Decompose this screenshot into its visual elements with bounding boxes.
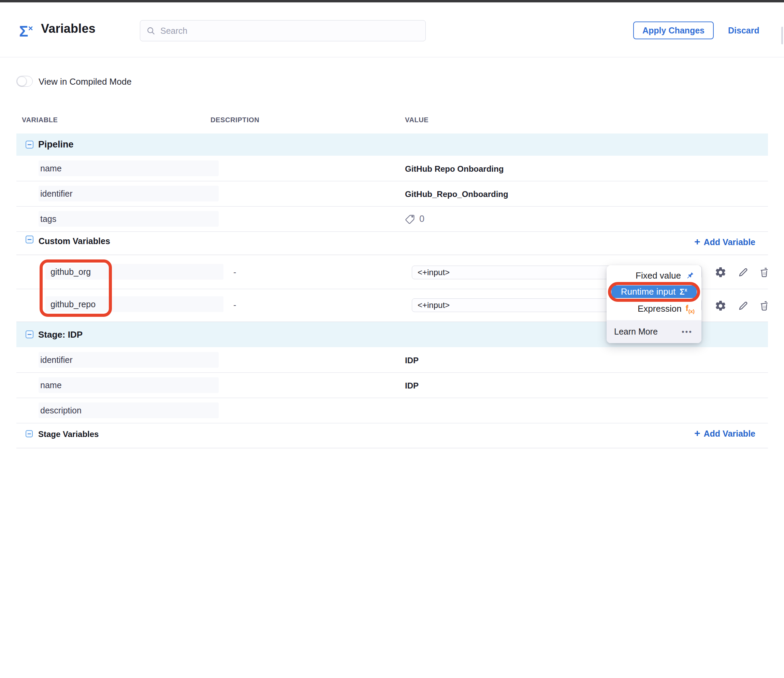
description-dash: - (233, 300, 236, 310)
section-title-stage-variables: Stage Variables (38, 429, 99, 439)
menu-item-fixed-value[interactable]: Fixed value (636, 270, 695, 281)
column-header-description: DESCRIPTION (210, 116, 259, 124)
search-input[interactable] (160, 26, 419, 36)
row-label-stage-identifier: identifier (40, 355, 73, 365)
add-variable-button[interactable]: + Add Variable (694, 237, 755, 248)
compiled-mode-label: View in Compiled Mode (39, 76, 132, 87)
collapse-custom-variables-icon[interactable]: − (26, 235, 33, 243)
github-repo-delete-button[interactable] (758, 300, 770, 312)
plus-icon: + (694, 236, 700, 248)
row-value-pipeline-identifier: GitHub_Repo_Onboarding (405, 190, 508, 199)
github-org-edit-button[interactable] (737, 266, 749, 279)
label-pill: identifier (39, 186, 219, 201)
label-pill: description (39, 402, 219, 418)
top-window-strip (0, 0, 784, 2)
row-label-stage-description: description (40, 405, 81, 416)
tags-count: 0 (419, 214, 425, 224)
pin-icon (685, 271, 695, 281)
add-stage-variable-button[interactable]: + Add Variable (694, 429, 755, 439)
section-title-custom-variables: Custom Variables (39, 236, 110, 246)
label-pill: github_repo (45, 296, 224, 312)
github-repo-settings-button[interactable] (714, 300, 727, 312)
variables-sigma-icon: Σ× (19, 23, 33, 40)
github-org-settings-button[interactable] (714, 266, 727, 279)
ellipsis-icon[interactable]: ••• (682, 327, 692, 336)
tag-icon (404, 213, 416, 224)
section-title-pipeline: Pipeline (38, 139, 74, 150)
row-divider (16, 423, 768, 423)
menu-item-expression[interactable]: Expression f(x) (638, 304, 695, 314)
apply-changes-button[interactable]: Apply Changes (633, 22, 714, 39)
row-label-tags: tags (40, 214, 56, 224)
column-header-value: VALUE (405, 116, 428, 124)
toggle-knob (17, 76, 26, 86)
row-divider (16, 373, 768, 373)
row-value-stage-identifier: IDP (405, 356, 418, 365)
row-value-pipeline-name: GitHub Repo Onboarding (405, 164, 504, 174)
github-repo-edit-button[interactable] (737, 300, 749, 312)
value-type-menu: Fixed value Runtime input Σx Expression … (607, 265, 702, 343)
row-label-github-org: github_org (47, 267, 91, 277)
menu-footer: Learn More ••• (607, 320, 702, 343)
label-pill: github_org (45, 264, 224, 280)
collapse-pipeline-icon[interactable]: − (26, 141, 33, 148)
label-pill: name (39, 161, 219, 176)
label-pill: identifier (39, 352, 219, 368)
collapse-stage-variables-icon[interactable]: − (26, 430, 33, 437)
search-icon (146, 26, 156, 36)
plus-icon: + (694, 427, 700, 439)
label-pill: tags (39, 211, 219, 227)
page-title: Variables (41, 22, 95, 36)
expression-fx-icon: f(x) (686, 304, 695, 314)
menu-item-runtime-input[interactable]: Runtime input Σx (611, 285, 697, 298)
row-divider (16, 255, 768, 255)
row-divider (16, 448, 768, 448)
discard-button[interactable]: Discard (728, 26, 759, 36)
learn-more-link[interactable]: Learn More (614, 327, 658, 337)
description-dash: - (233, 267, 236, 277)
row-label-identifier: identifier (40, 189, 73, 199)
column-header-variable: VARIABLE (22, 116, 58, 124)
section-row-pipeline: − Pipeline (16, 134, 768, 156)
runtime-sigma-icon: Σx (680, 287, 687, 297)
tags-value: 0 (404, 213, 425, 224)
collapse-stage-icon[interactable]: − (26, 330, 33, 338)
search-box[interactable] (140, 20, 426, 41)
row-label-name: name (40, 164, 62, 173)
row-label-github-repo: github_repo (47, 299, 95, 309)
label-pill: name (39, 377, 219, 393)
github-org-delete-button[interactable] (758, 266, 770, 279)
row-divider (16, 206, 768, 207)
row-divider (16, 398, 768, 398)
row-value-stage-name: IDP (405, 381, 418, 391)
row-divider (16, 231, 768, 232)
row-label-stage-name: name (40, 380, 62, 390)
compiled-mode-toggle[interactable] (16, 76, 33, 87)
app-header: Σ× Variables Apply Changes Discard (0, 2, 784, 58)
scrollbar-thumb[interactable] (781, 26, 783, 44)
section-title-stage: Stage: IDP (38, 329, 82, 340)
row-divider (16, 181, 768, 181)
